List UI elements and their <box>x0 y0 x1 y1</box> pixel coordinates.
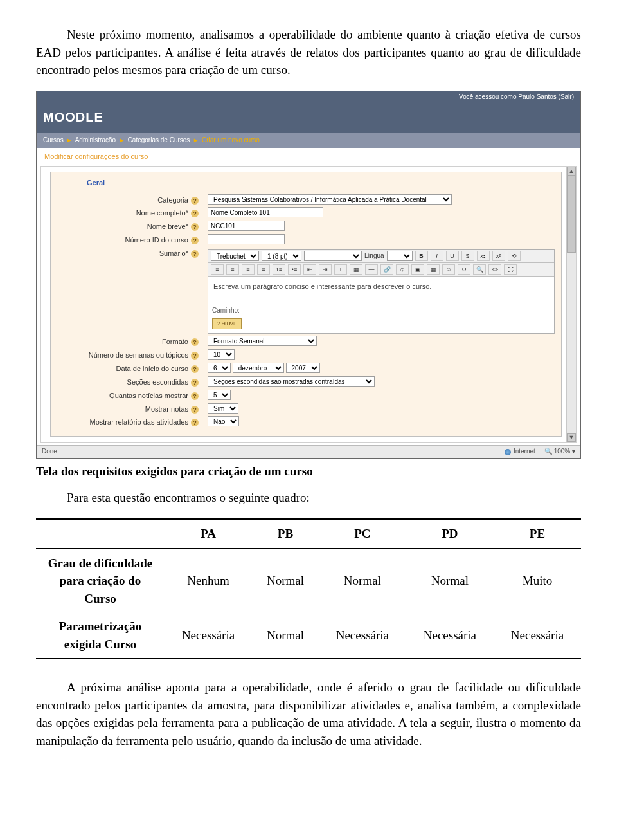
nome-completo-input[interactable] <box>208 207 323 217</box>
brand-bar: MOODLE <box>37 103 580 133</box>
outdent-icon[interactable]: ⇤ <box>303 264 316 275</box>
lang-label: Língua <box>364 251 384 261</box>
html-icon[interactable]: <> <box>488 264 501 275</box>
style-select[interactable] <box>304 251 362 261</box>
scroll-thumb[interactable] <box>567 176 576 253</box>
dia-select[interactable]: 6 <box>208 363 231 373</box>
categoria-select[interactable]: Pesquisa Sistemas Colaborativos / Inform… <box>208 194 452 205</box>
lang-select[interactable] <box>387 251 413 261</box>
numero-id-input[interactable] <box>208 234 285 244</box>
cell: Nenhum <box>165 549 252 613</box>
vertical-scrollbar[interactable]: ▲ ▼ <box>566 167 576 443</box>
cell: Muito <box>494 549 581 613</box>
font-family-select[interactable]: Trebuchet <box>211 251 259 261</box>
row-label: Parametrização exigida Curso <box>36 612 165 659</box>
scroll-down-icon[interactable]: ▼ <box>567 433 576 442</box>
scroll-up-icon[interactable]: ▲ <box>567 167 576 176</box>
indent-icon[interactable]: ⇥ <box>319 264 332 275</box>
browser-statusbar: Done Internet 🔍 100% ▾ <box>37 445 580 458</box>
user-status-bar: Você acessou como Paulo Santos (Sair) <box>37 91 580 104</box>
th-pb: PB <box>252 519 319 549</box>
help-icon[interactable]: ? <box>191 352 199 360</box>
security-zone: Internet <box>505 447 535 457</box>
image-icon[interactable]: ▣ <box>411 264 424 275</box>
help-icon[interactable]: ? <box>191 223 199 231</box>
relatorio-select[interactable]: Não <box>208 416 239 426</box>
breadcrumb-item[interactable]: Cursos <box>43 136 64 143</box>
table-row: Grau de dificuldade para criação do Curs… <box>36 549 581 613</box>
noticias-select[interactable]: 5 <box>208 390 231 400</box>
help-icon[interactable]: ? <box>191 197 199 205</box>
help-icon[interactable]: ? <box>191 365 199 373</box>
label-data-inicio: Data de início do curso? <box>57 363 202 374</box>
editor-textarea[interactable]: Escreva um parágrafo conciso e interessa… <box>208 277 554 304</box>
breadcrumb-item[interactable]: Administração <box>75 136 116 143</box>
textcolor-icon[interactable]: T <box>334 264 347 275</box>
rich-text-editor: Trebuchet 1 (8 pt) Língua B I U S x₂ x <box>208 249 555 334</box>
bgcolor-icon[interactable]: ▦ <box>350 264 362 275</box>
breadcrumb-sep-icon: ▸ <box>192 136 200 143</box>
align-left-icon[interactable]: ≡ <box>211 264 224 275</box>
help-icon[interactable]: ? <box>191 250 199 258</box>
secoes-select[interactable]: Seções escondidas são mostradas contraíd… <box>208 376 375 387</box>
unlink-icon[interactable]: ⦸ <box>396 264 409 275</box>
mostrar-notas-select[interactable]: Sim <box>208 403 238 414</box>
th-pa: PA <box>165 519 252 549</box>
label-numero-id: Número ID do curso? <box>57 234 202 246</box>
label-formato: Formato? <box>57 336 202 347</box>
th-pc: PC <box>319 519 406 549</box>
ano-select[interactable]: 2007 <box>286 363 320 373</box>
link-icon[interactable]: 🔗 <box>380 264 393 275</box>
align-justify-icon[interactable]: ≡ <box>257 264 270 275</box>
fieldset-geral: Geral Categoria? Pesquisa Sistemas Colab… <box>50 172 562 437</box>
align-center-icon[interactable]: ≡ <box>226 264 239 275</box>
strike-icon[interactable]: S <box>461 251 474 261</box>
font-size-select[interactable]: 1 (8 pt) <box>262 251 301 261</box>
list-ol-icon[interactable]: 1≡ <box>273 264 285 275</box>
th-pe: PE <box>494 519 581 549</box>
table-icon[interactable]: ▦ <box>427 264 440 275</box>
list-ul-icon[interactable]: •≡ <box>288 264 301 275</box>
th-blank <box>36 519 165 549</box>
closing-paragraph: A próxima análise aponta para a operabil… <box>36 679 581 749</box>
help-icon[interactable]: ? <box>191 237 199 244</box>
underline-icon[interactable]: U <box>446 251 459 261</box>
editor-mode-button[interactable]: ? HTML <box>212 318 242 329</box>
hr-icon[interactable]: — <box>365 264 378 275</box>
help-icon[interactable]: ? <box>191 210 199 217</box>
label-noticias: Quantas notícias mostrar? <box>57 390 202 401</box>
page-title: Modificar configurações do curso <box>40 151 577 163</box>
label-sumario: Sumário*? <box>57 248 202 259</box>
char-icon[interactable]: Ω <box>458 264 470 275</box>
breadcrumb-item[interactable]: Categorias de Cursos <box>128 136 190 143</box>
cell: Necessária <box>165 612 252 659</box>
align-right-icon[interactable]: ≡ <box>242 264 255 275</box>
clean-icon[interactable]: ⟲ <box>508 251 521 261</box>
sup-icon[interactable]: x² <box>492 251 505 261</box>
help-icon[interactable]: ? <box>191 338 199 346</box>
bold-icon[interactable]: B <box>415 251 428 261</box>
label-categoria: Categoria? <box>57 194 202 206</box>
formato-select[interactable]: Formato Semanal <box>208 336 317 346</box>
help-icon[interactable]: ? <box>191 379 199 387</box>
label-relatorio: Mostrar relatório das atividades? <box>57 416 202 428</box>
italic-icon[interactable]: I <box>431 251 443 261</box>
sub-icon[interactable]: x₂ <box>477 251 490 261</box>
fullscreen-icon[interactable]: ⛶ <box>504 264 517 275</box>
help-icon[interactable]: ? <box>191 392 199 400</box>
label-mostrar-notas: Mostrar notas? <box>57 403 202 415</box>
mes-select[interactable]: dezembro <box>233 363 284 373</box>
table-lead: Para esta questão encontramos o seguinte… <box>36 489 581 507</box>
globe-icon <box>505 449 511 455</box>
search-icon[interactable]: 🔍 <box>473 264 486 275</box>
zoom-level[interactable]: 🔍 100% ▾ <box>544 447 575 457</box>
help-icon[interactable]: ? <box>191 419 199 426</box>
label-nome-completo: Nome completo*? <box>57 207 202 219</box>
label-nome-breve: Nome breve*? <box>57 221 202 232</box>
nome-breve-input[interactable] <box>208 221 285 231</box>
emoji-icon[interactable]: ☺ <box>442 264 455 275</box>
semanas-select[interactable]: 10 <box>208 349 235 360</box>
cell: Necessária <box>406 612 494 659</box>
help-icon[interactable]: ? <box>191 406 199 414</box>
status-left: Done <box>42 447 57 457</box>
